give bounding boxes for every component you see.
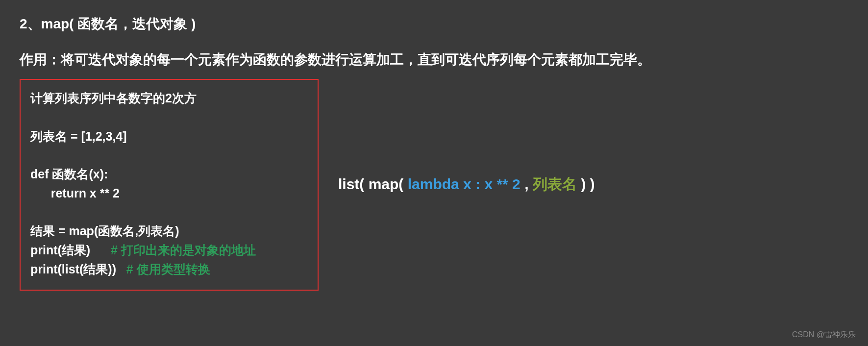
code-line: 列表名 = [1,2,3,4] (30, 127, 308, 146)
lambda-listname: 列表名 (533, 176, 581, 192)
lambda-expression: list( map( lambda x : x ** 2 , 列表名 ) ) (338, 174, 595, 195)
code-line (30, 108, 308, 127)
code-comment: # 打印出来的是对象的地址 (111, 243, 256, 257)
code-text: print(结果) (30, 243, 111, 257)
section-title: 2、map( 函数名，迭代对象 ) (20, 15, 848, 33)
code-line (30, 146, 308, 165)
main-row: 计算列表序列中各数字的2次方 列表名 = [1,2,3,4] def 函数名(x… (20, 79, 848, 291)
code-line: def 函数名(x): (30, 165, 308, 184)
lambda-keyword: lambda x : x ** 2 (408, 176, 524, 192)
code-line: print(结果) # 打印出来的是对象的地址 (30, 241, 308, 260)
code-line: 结果 = map(函数名,列表名) (30, 222, 308, 241)
section-description: 作用：将可迭代对象的每一个元素作为函数的参数进行运算加工，直到可迭代序列每个元素… (20, 50, 848, 69)
code-line (30, 203, 308, 222)
slide-content: 2、map( 函数名，迭代对象 ) 作用：将可迭代对象的每一个元素作为函数的参数… (0, 0, 868, 305)
code-line: 计算列表序列中各数字的2次方 (30, 89, 308, 108)
code-comment: # 使用类型转换 (126, 262, 210, 276)
lambda-part: list( map( (338, 176, 408, 192)
code-line: return x ** 2 (30, 184, 308, 203)
code-example-box: 计算列表序列中各数字的2次方 列表名 = [1,2,3,4] def 函数名(x… (20, 79, 319, 291)
lambda-part: , (524, 176, 533, 192)
code-text: print(list(结果)) (30, 262, 126, 276)
watermark: CSDN @雷神乐乐 (792, 330, 856, 340)
lambda-part: ) ) (581, 176, 595, 192)
code-line: print(list(结果)) # 使用类型转换 (30, 260, 308, 279)
